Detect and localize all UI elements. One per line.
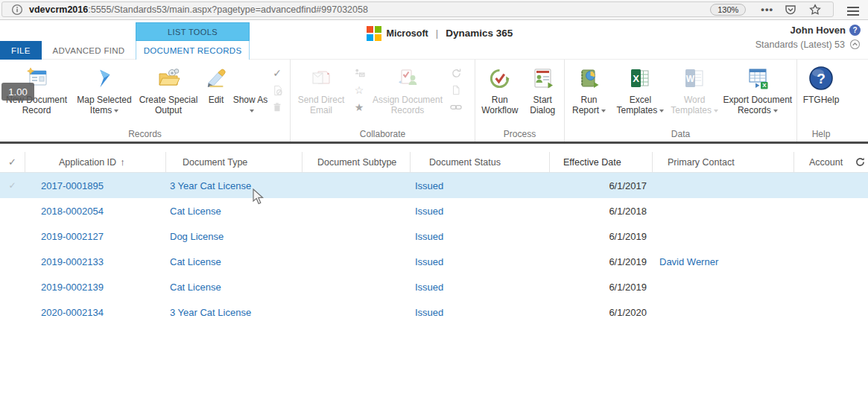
excel-templates-button[interactable]: X Excel Templates <box>612 63 669 115</box>
document-type-cell: Cat License <box>165 274 302 299</box>
button-label: Start Dialog <box>522 95 563 115</box>
assign-document-records-button[interactable]: Assign Document Records <box>368 63 447 115</box>
document-subtype-cell <box>302 173 410 198</box>
button-label: Word Templates <box>669 95 720 115</box>
show-as-icon <box>238 66 263 91</box>
application-id-link[interactable]: 2017-0001895 <box>41 180 104 191</box>
row-checkbox[interactable] <box>0 223 25 249</box>
run-workflow-button[interactable]: Run Workflow <box>477 63 522 115</box>
column-header-primary-contact[interactable]: Primary Contact <box>652 152 793 172</box>
document-status-link[interactable]: Issued <box>415 206 443 217</box>
button-label: Send Direct Email <box>292 95 350 115</box>
table-row[interactable]: 2019-0002127Dog LicenseIssued6/1/2019 <box>0 223 868 249</box>
ribbon-group-label: Process <box>475 129 564 139</box>
run-report-button[interactable]: Run Report <box>566 63 612 115</box>
ribbon-group-label: Help <box>797 129 845 139</box>
delete-record-icon[interactable] <box>271 101 283 113</box>
document-type-link[interactable]: Cat License <box>170 206 221 217</box>
create-special-output-button[interactable]: Create Special Output <box>137 63 200 115</box>
application-id-link[interactable]: 2019-0002127 <box>41 231 104 242</box>
column-header-document-type[interactable]: Document Type <box>165 152 302 172</box>
column-header-document-subtype[interactable]: Document Subtype <box>302 152 410 172</box>
address-bar[interactable]: vdevcrm2016:5555/Standards53/main.aspx?p… <box>1 1 834 17</box>
application-id-link[interactable]: 2019-0002139 <box>41 282 104 293</box>
row-checkbox[interactable] <box>0 198 25 223</box>
run-workflow-icon <box>487 66 513 91</box>
table-row[interactable]: ✓2017-00018953 Year Cat LicenseIssued6/1… <box>0 173 868 198</box>
row-checkbox[interactable] <box>0 249 25 274</box>
table-row[interactable]: 2019-0002139Cat LicenseIssued6/1/2019 <box>0 274 868 299</box>
document-status-link[interactable]: Issued <box>415 307 443 318</box>
browser-menu-icon[interactable] <box>847 4 859 18</box>
document-type-link[interactable]: Cat License <box>170 256 221 267</box>
url-text[interactable]: vdevcrm2016:5555/Standards53/main.aspx?p… <box>29 4 368 15</box>
ribbon-bottom-divider <box>0 142 868 144</box>
follow-star-icon[interactable]: ★ <box>353 101 365 113</box>
select-records-icon[interactable]: ✓ <box>271 67 283 79</box>
account-cell <box>793 198 868 223</box>
sync-icon[interactable] <box>450 67 462 79</box>
application-id-link[interactable]: 2019-0002133 <box>41 256 104 267</box>
link-icon[interactable] <box>450 101 462 113</box>
copy-page-icon[interactable] <box>450 84 462 96</box>
application-id-cell: 2017-0001895 <box>25 173 165 198</box>
ftghelp-button[interactable]: ? FTGHelp <box>799 63 843 105</box>
site-info-icon[interactable] <box>11 4 23 16</box>
bookmark-star-icon[interactable] <box>808 3 821 16</box>
document-type-link[interactable]: Dog License <box>170 231 224 242</box>
effective-date-cell: 6/1/2019 <box>549 249 652 274</box>
svg-text:X: X <box>633 73 640 84</box>
zoom-level-indicator[interactable]: 130% <box>710 4 746 16</box>
document-status-cell: Issued <box>410 173 549 198</box>
document-type-link[interactable]: 3 Year Cat License <box>170 307 251 318</box>
start-dialog-button[interactable]: Start Dialog <box>522 63 563 115</box>
tab-file[interactable]: FILE <box>0 41 42 60</box>
unfollow-star-icon[interactable]: ☆ <box>353 84 365 96</box>
deactivate-record-icon[interactable] <box>271 84 283 96</box>
document-type-link[interactable]: Cat License <box>170 282 221 293</box>
document-type-cell: Dog License <box>165 223 302 249</box>
row-checkbox[interactable] <box>0 274 25 299</box>
refresh-icon[interactable] <box>852 152 868 172</box>
account-cell <box>793 249 868 274</box>
send-direct-email-button[interactable]: Send Direct Email <box>292 63 350 115</box>
email-link-icon[interactable] <box>353 67 365 79</box>
table-row[interactable]: 2018-0002054Cat LicenseIssued6/1/2018 <box>0 198 868 223</box>
document-status-link[interactable]: Issued <box>415 282 443 293</box>
application-id-link[interactable]: 2020-0002134 <box>41 307 104 318</box>
column-header-account[interactable]: Account <box>793 152 852 172</box>
column-header-document-status[interactable]: Document Status <box>410 152 549 172</box>
tab-advanced-find[interactable]: ADVANCED FIND <box>42 41 136 60</box>
page-actions-icon[interactable]: ••• <box>761 4 773 15</box>
account-cell <box>793 299 868 325</box>
button-label: Run Report <box>566 95 612 115</box>
pocket-icon[interactable] <box>784 3 796 16</box>
help-icon[interactable]: ? <box>849 25 861 36</box>
column-header-effective-date[interactable]: Effective Date <box>549 152 652 172</box>
table-row[interactable]: 2020-00021343 Year Cat LicenseIssued6/1/… <box>0 299 868 325</box>
map-selected-items-button[interactable]: Map Selected Items <box>72 63 137 115</box>
collapse-ribbon-icon[interactable] <box>849 39 861 50</box>
document-status-link[interactable]: Issued <box>415 180 443 191</box>
show-as-button[interactable]: Show As <box>232 63 268 115</box>
document-status-link[interactable]: Issued <box>415 256 443 267</box>
svg-text:?: ? <box>817 71 826 86</box>
view-selector[interactable]: Standards (Latest) 53 <box>755 39 845 50</box>
column-header-application-id[interactable]: Application ID↑ <box>25 152 165 172</box>
table-row[interactable]: 2019-0002133Cat LicenseIssued6/1/2019Dav… <box>0 249 868 274</box>
tab-document-records[interactable]: DOCUMENT RECORDS <box>136 41 250 60</box>
edit-button[interactable]: Edit <box>200 63 232 105</box>
word-templates-button[interactable]: W Word Templates <box>669 63 720 115</box>
application-id-link[interactable]: 2018-0002054 <box>41 206 104 217</box>
row-checkbox[interactable] <box>0 299 25 325</box>
account-cell <box>793 223 868 249</box>
ribbon: New Document Record Map Selected Items <box>0 60 868 142</box>
export-document-records-button[interactable]: X Export Document Records <box>720 63 795 115</box>
primary-contact-link[interactable]: David Werner <box>659 256 718 267</box>
document-type-link[interactable]: 3 Year Cat License <box>170 180 251 191</box>
select-all-checkbox[interactable]: ✓ <box>0 152 25 172</box>
user-name[interactable]: John Hoven <box>791 25 846 36</box>
app-window: vdevcrm2016:5555/Standards53/main.aspx?p… <box>0 0 868 400</box>
row-checkbox[interactable]: ✓ <box>0 173 25 198</box>
document-status-link[interactable]: Issued <box>415 231 443 242</box>
